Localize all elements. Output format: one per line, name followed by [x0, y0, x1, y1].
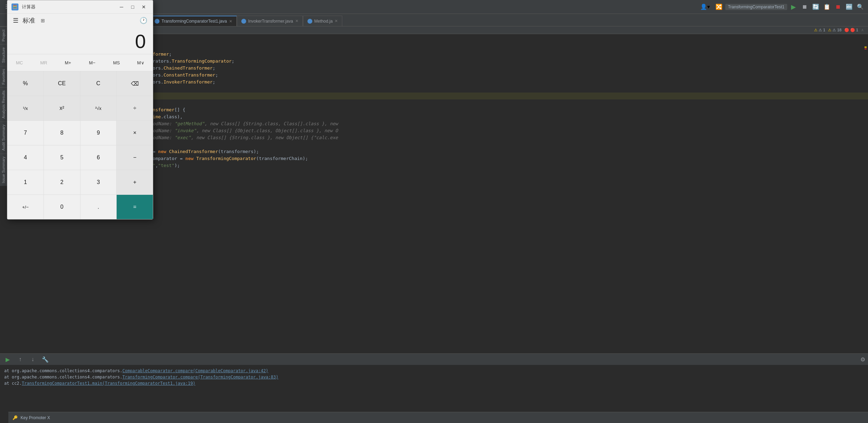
calc-percent[interactable]: % — [7, 71, 44, 96]
error-line-2: at org.apache.commons.collections4.compa… — [4, 374, 864, 380]
calc-minimize[interactable]: ─ — [117, 2, 126, 12]
calc-8[interactable]: 8 — [44, 121, 80, 145]
error-line-1: at org.apache.commons.collections4.compa… — [4, 368, 864, 374]
calc-4[interactable]: 4 — [7, 145, 44, 170]
tab-close-method[interactable]: ✕ — [335, 19, 338, 23]
key-icon: 🔑 — [13, 415, 18, 420]
calculator: 🧮 计算器 ─ □ ✕ ☰ 标准 ⊞ 🕐 0 MC MR M+ M− MS M∨… — [7, 0, 153, 220]
coverage-button[interactable]: 📋 — [822, 2, 832, 12]
translate-button[interactable]: 🔤 — [844, 2, 854, 12]
calc-titlebar-buttons: ─ □ ✕ — [117, 2, 149, 12]
run-stop-button[interactable]: ⏹ — [800, 2, 810, 12]
calc-negate[interactable]: +/− — [7, 195, 44, 219]
avatar[interactable]: 👤▾ — [700, 3, 710, 10]
calc-3[interactable]: 3 — [80, 170, 117, 194]
tab-method[interactable]: Method.ja ✕ — [303, 16, 343, 26]
bottom-toolbar: ▶ ↑ ↓ 🔧 ⚙ — [0, 354, 868, 365]
calc-decimal[interactable]: . — [80, 195, 117, 219]
calc-backspace[interactable]: ⌫ — [117, 71, 153, 96]
tab-close-active[interactable]: ✕ — [229, 19, 232, 24]
tab-icon-active — [155, 19, 159, 24]
calc-7[interactable]: 7 — [7, 121, 44, 145]
tab-transformingcomparatortest1[interactable]: TransformingComparatorTest1.java ✕ — [150, 16, 237, 26]
calc-multiply[interactable]: × — [117, 121, 153, 145]
calc-square[interactable]: x² — [44, 96, 80, 120]
calc-title: 计算器 — [22, 4, 117, 10]
calc-display: 0 — [7, 26, 153, 54]
calc-ms[interactable]: MS — [104, 54, 129, 71]
warning-count-2[interactable]: ⚠ ⚠ 18 — [828, 28, 841, 32]
calc-m-view[interactable]: M∨ — [128, 54, 153, 71]
test1-link[interactable]: TransformingComparatorTest1.main(Transfo… — [22, 381, 196, 386]
calc-memory-row: MC MR M+ M− MS M∨ — [7, 54, 153, 71]
calc-button-grid: % CE C ⌫ ¹/x x² ²√x ÷ 7 8 9 × 4 5 6 − 1 … — [7, 71, 153, 219]
calc-subtract[interactable]: − — [117, 145, 153, 170]
calc-titlebar: 🧮 计算器 ─ □ ✕ — [7, 0, 153, 14]
stop-button[interactable]: ⏹ — [833, 2, 843, 12]
settings-gear[interactable]: ⚙ — [860, 356, 865, 363]
calc-add[interactable]: + — [117, 170, 153, 194]
calc-ce[interactable]: CE — [44, 71, 80, 96]
calc-0[interactable]: 0 — [44, 195, 80, 219]
key-promoter-label: Key Promoter X — [21, 415, 50, 420]
calc-app-icon: 🧮 — [11, 3, 18, 10]
calc-equals[interactable]: = — [117, 195, 153, 219]
calc-9[interactable]: 9 — [80, 121, 117, 145]
avatar-area: 👤▾ — [700, 3, 710, 10]
scroll-mark-warning — [865, 47, 867, 48]
calc-m-plus[interactable]: M+ — [56, 54, 80, 71]
calc-history-button[interactable]: 🕐 — [140, 17, 147, 24]
tab-close-invokertransformer[interactable]: ✕ — [295, 19, 298, 23]
project-name-selector[interactable]: TransformingComparatorTest1 — [725, 4, 787, 10]
calc-close[interactable]: ✕ — [139, 2, 149, 12]
calc-2[interactable]: 2 — [44, 170, 80, 194]
calc-m-minus[interactable]: M− — [80, 54, 104, 71]
calc-mc[interactable]: MC — [7, 54, 32, 71]
comparable-comparator-link[interactable]: ComparableComparator.compare(ComparableC… — [123, 368, 268, 373]
run-bottom-button[interactable]: ▶ — [3, 354, 13, 364]
run-config-button[interactable]: ▶ — [789, 2, 798, 12]
toolbar-right: 👤▾ 🔀 TransformingComparatorTest1 ▶ ⏹ 🔄 📋… — [700, 2, 865, 12]
calc-mr[interactable]: MR — [32, 54, 56, 71]
expand-icon[interactable]: ∧ — [861, 28, 864, 32]
error-line-3: at cc2.TransformingComparatorTest1.main(… — [4, 380, 864, 386]
tab-icon-invokertransformer — [241, 19, 246, 24]
calc-5[interactable]: 5 — [44, 145, 80, 170]
bottom-content: at org.apache.commons.collections4.compa… — [0, 365, 868, 389]
filter-button[interactable]: 🔧 — [40, 354, 50, 364]
warning-count-1[interactable]: ⚠ ⚠ 1 — [814, 28, 825, 32]
calc-sqrt[interactable]: ²√x — [80, 96, 117, 120]
scroll-indicators — [865, 47, 867, 238]
calc-divide[interactable]: ÷ — [117, 96, 153, 120]
calc-mode-label: 标准 — [23, 16, 35, 25]
calc-1[interactable]: 1 — [7, 170, 44, 194]
scroll-mark-error — [865, 48, 867, 49]
error-count-1[interactable]: 🔴 🔴 1 — [844, 28, 858, 32]
calc-maximize[interactable]: □ — [128, 2, 138, 12]
calc-menu-icon[interactable]: ☰ — [13, 17, 18, 24]
status-bar: 🔑 Key Promoter X — [8, 412, 868, 423]
down-button[interactable]: ↓ — [28, 354, 38, 364]
calc-6[interactable]: 6 — [80, 145, 117, 170]
search-button[interactable]: 🔍 — [855, 2, 865, 12]
transforming-comparator-link[interactable]: TransformingComparator.compare(Transform… — [123, 375, 279, 380]
calc-header: ☰ 标准 ⊞ 🕐 — [7, 14, 153, 26]
tab-invokertransformer[interactable]: InvokerTransformer.java ✕ — [237, 16, 303, 26]
vcs-button[interactable]: 🔀 — [714, 2, 724, 12]
run-restart-button[interactable]: 🔄 — [811, 2, 821, 12]
calc-reciprocal[interactable]: ¹/x — [7, 96, 44, 120]
calc-c[interactable]: C — [80, 71, 117, 96]
up-button[interactable]: ↑ — [15, 354, 25, 364]
calc-display-value: 0 — [14, 32, 146, 51]
tab-icon-method — [307, 19, 312, 24]
calc-mode-icon: ⊞ — [41, 18, 45, 23]
